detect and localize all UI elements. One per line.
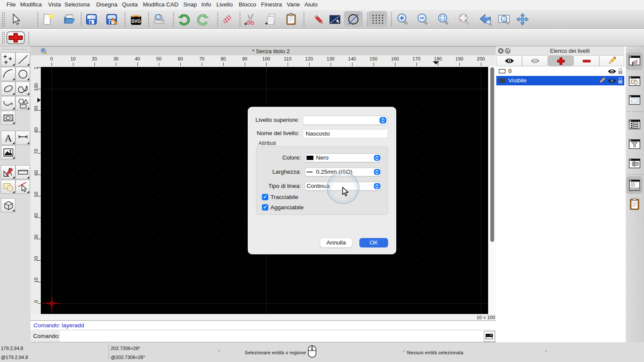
svg-text:SVG: SVG xyxy=(131,18,141,24)
svg-text:command: command xyxy=(630,189,639,191)
svg-text:A: A xyxy=(5,133,12,144)
